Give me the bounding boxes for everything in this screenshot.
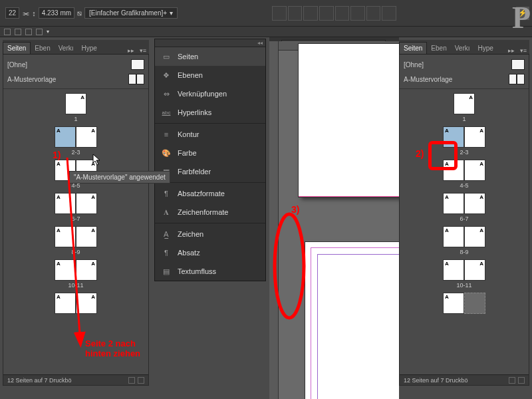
spread-8-9[interactable]: AA 8-9 xyxy=(443,226,485,255)
tab-hyperlinks[interactable]: Hype xyxy=(474,43,497,54)
panel-menu-icon[interactable]: ▾≡ xyxy=(517,47,529,54)
page-number: 2-3 xyxy=(71,149,80,156)
dock-header[interactable]: ◂◂ xyxy=(155,39,265,47)
height-value[interactable]: 4.233 mm xyxy=(39,7,74,19)
tool-button[interactable] xyxy=(335,6,350,21)
page-number: 8-9 xyxy=(71,249,80,255)
dock-item-zeichen[interactable]: A̲Zeichen xyxy=(155,225,265,243)
trash-icon[interactable] xyxy=(138,377,144,384)
tool-button[interactable] xyxy=(288,6,303,21)
page-spread xyxy=(305,242,399,399)
panel-status-bar: 12 Seiten auf 7 Druckbö xyxy=(400,374,529,385)
ruler-vertical[interactable] xyxy=(269,41,279,399)
control-bar: 22 ⫘ ↕ 4.233 mm ⧅ [Einfacher Grafikrahme… xyxy=(0,0,532,27)
tool-button[interactable] xyxy=(303,6,318,21)
panel-tab-strip: Seiten Eben Verkı Hype ▸▸ ▾≡ xyxy=(3,40,149,55)
master-thumb xyxy=(128,74,136,84)
page-thumb: A xyxy=(55,293,76,314)
dock-item-seiten[interactable]: ▭Seiten xyxy=(155,47,265,66)
para-styles-icon: ¶ xyxy=(162,189,171,198)
spread-1[interactable]: A 1 xyxy=(65,93,86,122)
master-none-row[interactable]: [Ohne] xyxy=(7,57,144,72)
dock-item-absatzformate[interactable]: ¶Absatzformate xyxy=(155,184,265,203)
pages-panel-body: [Ohne] A-Mustervorlage A 1 A A 2-3 xyxy=(3,55,149,386)
spread-6-7[interactable]: AA 6-7 xyxy=(443,193,485,222)
shear-icon: ⧅ xyxy=(77,9,82,17)
color-icon: 🎨 xyxy=(162,148,171,158)
master-thumb xyxy=(136,74,144,84)
dock-item-kontur[interactable]: ≡Kontur xyxy=(155,125,265,144)
opt-icon[interactable] xyxy=(15,29,21,35)
dock-item-farbe[interactable]: 🎨Farbe xyxy=(155,144,265,162)
dock-item-hyperlinks[interactable]: abcHyperlinks xyxy=(155,103,265,122)
dock-item-farbfelder[interactable]: ▦Farbfelder xyxy=(155,162,265,181)
dock-item-zeichenformate[interactable]: 𝐀Zeichenformate xyxy=(155,203,265,221)
object-style-dropdown[interactable]: [Einfacher Grafikrahmen]+ ▾ xyxy=(84,7,178,19)
tooltip: "A-Mustervorlage" angewendet xyxy=(69,171,170,184)
page-number: 1 xyxy=(462,116,466,122)
opt-icon[interactable] xyxy=(25,29,32,35)
new-page-icon[interactable] xyxy=(128,377,135,384)
page-count-label: 12 Seiten auf 7 Druckbö xyxy=(404,377,468,384)
char-styles-icon: 𝐀 xyxy=(162,207,171,217)
master-a-row[interactable]: A-Mustervorlage xyxy=(7,72,144,86)
page-thumb: A xyxy=(464,160,485,181)
pasteboard[interactable] xyxy=(279,51,399,399)
layers-icon: ❖ xyxy=(162,70,171,80)
page-thumb: A xyxy=(443,193,464,214)
master-thumb xyxy=(131,59,144,70)
opt-icon[interactable] xyxy=(36,29,43,35)
page-number: 10-11 xyxy=(68,282,83,289)
tab-ebenen[interactable]: Eben xyxy=(427,43,450,54)
opt-icon[interactable] xyxy=(4,29,11,35)
master-a-row[interactable]: A-Mustervorlage xyxy=(404,72,525,86)
master-thumb xyxy=(511,59,525,70)
tab-verknuepfungen[interactable]: Verkı xyxy=(451,43,474,54)
tab-hyperlinks[interactable]: Hype xyxy=(78,43,101,54)
spread-6-7[interactable]: AA 6-7 xyxy=(55,193,97,222)
dock-item-verknuepfungen[interactable]: ⇔Verknüpfungen xyxy=(155,84,265,103)
tool-button[interactable] xyxy=(272,6,287,21)
tab-seiten[interactable]: Seiten xyxy=(399,42,427,54)
spread-10-11[interactable]: AA 10-11 xyxy=(55,259,97,289)
page-thumb: A xyxy=(65,93,86,114)
tool-button[interactable] xyxy=(382,6,396,21)
tool-button[interactable] xyxy=(350,6,365,21)
trash-icon[interactable] xyxy=(518,377,525,384)
pages-panel-right: Seiten Eben Verkı Hype ▸▸ ▾≡ [Ohne] A-Mu… xyxy=(399,40,529,386)
dock-item-textumfluss[interactable]: ▤Textumfluss xyxy=(155,262,265,281)
spread-2-3[interactable]: A A 2-3 xyxy=(55,126,97,156)
page-thumb: A xyxy=(55,259,76,281)
spread-12-13[interactable]: AA xyxy=(55,293,97,314)
page-thumb: A xyxy=(464,226,485,247)
publish-logo-p: P xyxy=(512,0,531,35)
textwrap-icon: ▤ xyxy=(162,267,171,276)
dock-item-ebenen[interactable]: ❖Ebenen xyxy=(155,66,265,84)
spread-10-11[interactable]: AA 10-11 xyxy=(443,259,485,289)
page-thumb: A xyxy=(76,126,97,148)
spread-12-13[interactable]: A xyxy=(443,293,485,314)
panel-collapse-icon[interactable]: ▸▸ xyxy=(125,47,137,54)
dock-item-absatz[interactable]: ¶Absatz xyxy=(155,243,265,262)
page-number: 2-3 xyxy=(460,149,468,156)
spread-1[interactable]: A 1 xyxy=(454,93,475,122)
page-thumb: A xyxy=(443,226,464,247)
tool-button[interactable] xyxy=(319,6,334,21)
tab-verknuepfungen[interactable]: Verkı xyxy=(55,43,78,54)
panel-tab-strip: Seiten Eben Verkı Hype ▸▸ ▾≡ xyxy=(399,40,529,55)
tab-ebenen[interactable]: Eben xyxy=(31,43,54,54)
document-view[interactable] xyxy=(269,41,399,399)
control-bar-right xyxy=(269,0,399,27)
page-thumb: A xyxy=(76,293,97,314)
new-page-icon[interactable] xyxy=(509,377,515,384)
panel-status-bar: 12 Seiten auf 7 Druckbö xyxy=(3,374,148,385)
page-thumb: A xyxy=(443,259,464,281)
tool-button[interactable] xyxy=(366,6,381,21)
page-number: 6-7 xyxy=(460,215,468,222)
chevron-down-icon[interactable]: ▾ xyxy=(47,29,49,35)
panel-menu-icon[interactable]: ▾≡ xyxy=(137,47,149,54)
tab-seiten[interactable]: Seiten xyxy=(3,42,31,54)
master-none-row[interactable]: [Ohne] xyxy=(404,57,525,72)
panel-collapse-icon[interactable]: ▸▸ xyxy=(505,47,517,54)
spread-8-9[interactable]: AA 8-9 xyxy=(55,226,97,255)
